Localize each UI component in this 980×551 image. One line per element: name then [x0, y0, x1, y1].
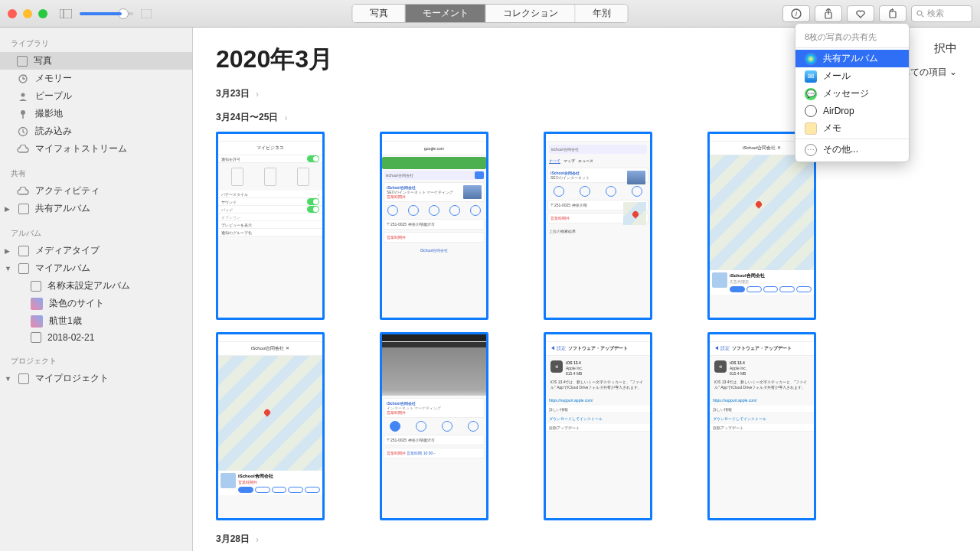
- people-icon: [17, 90, 29, 103]
- chevron-right-icon: ›: [284, 112, 287, 123]
- album-icon: [31, 281, 41, 292]
- sidebar-item-people[interactable]: ピープル: [0, 87, 192, 105]
- close-button[interactable]: [8, 9, 17, 18]
- album-icon: [31, 332, 41, 343]
- info-button[interactable]: i: [782, 5, 810, 22]
- folder-icon: [18, 373, 29, 384]
- album-icon: [18, 204, 29, 214]
- sidebar-item-photos[interactable]: 写真: [0, 52, 192, 70]
- search-field[interactable]: 検索: [911, 5, 972, 22]
- disclosure-icon[interactable]: ▶: [5, 205, 12, 213]
- minimize-button[interactable]: [23, 9, 32, 18]
- photo-thumbnail[interactable]: iSchool合同会社 ✕ iSchool合同会社営業時間外: [216, 332, 325, 520]
- album-thumb-icon: [31, 315, 43, 328]
- album-icon: [18, 263, 29, 274]
- photo-thumbnail[interactable]: マイビジネス 通知を許可 バナースタイル› サウンド バッジ オプション プレビ…: [216, 132, 325, 320]
- date-header-3[interactable]: 3月28日›: [216, 533, 957, 546]
- share-item-other[interactable]: ⋯その他...: [795, 141, 909, 158]
- photo-thumbnail[interactable]: google.com ischool合同会社 iSchool合同会社SEOのイン…: [380, 132, 488, 320]
- search-placeholder: 検索: [927, 8, 944, 19]
- svg-rect-7: [890, 11, 896, 18]
- places-icon: [17, 108, 29, 120]
- album-icon: [18, 246, 29, 256]
- cloud-icon: [17, 185, 29, 197]
- photo-grid-row2: iSchool合同会社 ✕ iSchool合同会社営業時間外 iSchool合同…: [216, 332, 957, 520]
- chevron-down-icon: ⌄: [949, 67, 957, 77]
- photo-thumbnail[interactable]: ◀ 設定 ソフトウェア・アップデート ⚙iOS 13.4Apple Inc.81…: [544, 332, 652, 520]
- photo-thumbnail[interactable]: ischool合同会社 すべてマップニュース iSchool合同会社SEOのイン…: [544, 132, 652, 320]
- sidebar-item-shared-albums[interactable]: ▶共有アルバム: [0, 200, 192, 217]
- notes-icon: [805, 122, 817, 135]
- rotate-button[interactable]: [879, 5, 906, 22]
- photo-thumbnail[interactable]: iSchool合同会社インターネット マーケティング営業時間外 〒251-002…: [380, 332, 488, 520]
- disclosure-icon[interactable]: ▼: [5, 265, 12, 272]
- sidebar-header-albums: アルバム: [0, 225, 192, 242]
- sidebar-item-dyeing[interactable]: 染色のサイト: [0, 295, 192, 312]
- svg-rect-2: [141, 9, 152, 18]
- share-item-shared-album[interactable]: 共有アルバム: [795, 50, 909, 67]
- traffic-lights: [8, 9, 47, 18]
- share-menu-title: 8枚の写真の共有先: [795, 27, 909, 46]
- sidebar-header-library: ライブラリ: [0, 35, 192, 52]
- clock-icon: [17, 126, 29, 138]
- svg-rect-0: [60, 9, 72, 18]
- seg-collections[interactable]: コレクション: [486, 5, 576, 22]
- svg-text:i: i: [795, 10, 798, 18]
- sidebar-item-imports[interactable]: 読み込み: [0, 122, 192, 140]
- share-item-airdrop[interactable]: AirDrop: [795, 103, 909, 119]
- photos-icon: [17, 56, 28, 67]
- shared-album-icon: [805, 53, 817, 65]
- svg-point-8: [917, 11, 922, 15]
- sidebar-header-shared: 共有: [0, 165, 192, 182]
- messages-icon: 💬: [805, 88, 817, 100]
- cloud-icon: [17, 143, 29, 155]
- share-item-messages[interactable]: 💬メッセージ: [795, 85, 909, 103]
- mail-icon: ✉: [805, 70, 817, 83]
- share-menu-popover: 8枚の写真の共有先 共有アルバム ✉メール 💬メッセージ AirDrop メモ …: [795, 23, 910, 162]
- favorite-button[interactable]: [847, 5, 874, 22]
- memories-icon: [17, 73, 29, 85]
- zoom-slider[interactable]: [80, 12, 133, 15]
- svg-point-12: [21, 110, 25, 115]
- chevron-right-icon: ›: [256, 534, 259, 545]
- svg-line-9: [922, 15, 923, 17]
- thumbnail-size-icon: [141, 9, 152, 18]
- sidebar-item-untitled[interactable]: 名称未設定アルバム: [0, 277, 192, 295]
- selection-count: 択中: [934, 41, 957, 56]
- sidebar-item-mediatypes[interactable]: ▶メディアタイプ: [0, 242, 192, 259]
- sidebar: ライブラリ 写真 メモリー ピープル 撮影地 読み込み マイフォトストリーム 共…: [0, 28, 193, 551]
- sidebar-item-kose1[interactable]: 航世1歳: [0, 312, 192, 330]
- sidebar-item-memories[interactable]: メモリー: [0, 70, 192, 87]
- more-icon: ⋯: [805, 144, 817, 156]
- sidebar-item-photostream[interactable]: マイフォトストリーム: [0, 140, 192, 158]
- seg-years[interactable]: 年別: [576, 5, 628, 22]
- toolbar-right: i 検索: [782, 5, 972, 22]
- search-icon: [916, 10, 924, 18]
- sidebar-item-2018[interactable]: 2018-02-21: [0, 330, 192, 345]
- svg-point-11: [21, 93, 25, 96]
- chevron-right-icon: ›: [256, 89, 259, 99]
- disclosure-icon[interactable]: ▼: [5, 375, 12, 383]
- disclosure-icon[interactable]: ▶: [5, 247, 12, 255]
- view-segment-control: 写真 モーメント コレクション 年別: [352, 4, 629, 23]
- sidebar-header-projects: プロジェクト: [0, 353, 192, 370]
- sidebar-toggle-icon[interactable]: [60, 9, 72, 18]
- sidebar-item-myalbums[interactable]: ▼マイアルバム: [0, 259, 192, 277]
- airdrop-icon: [805, 105, 817, 117]
- share-item-mail[interactable]: ✉メール: [795, 67, 909, 85]
- seg-photos[interactable]: 写真: [353, 5, 406, 22]
- photo-thumbnail[interactable]: ◀ 設定 ソフトウェア・アップデート ⚙iOS 13.4Apple Inc.81…: [707, 332, 816, 520]
- sidebar-item-myprojects[interactable]: ▼マイプロジェクト: [0, 370, 192, 387]
- share-button[interactable]: [815, 5, 842, 22]
- album-thumb-icon: [31, 298, 43, 310]
- sidebar-item-places[interactable]: 撮影地: [0, 105, 192, 122]
- sidebar-item-activity[interactable]: アクティビティ: [0, 182, 192, 200]
- share-item-notes[interactable]: メモ: [795, 119, 909, 137]
- maximize-button[interactable]: [38, 9, 47, 18]
- seg-moments[interactable]: モーメント: [406, 5, 486, 22]
